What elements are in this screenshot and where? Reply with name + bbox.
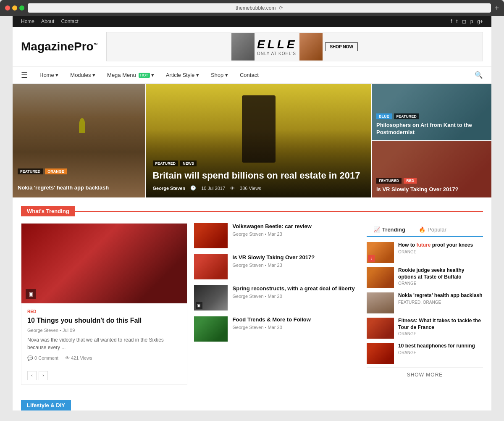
nav-mega-menu[interactable]: Mega Menu HOT ▾ <box>102 67 159 83</box>
hero-left-title: Nokia 'regrets' health app backlash <box>18 184 140 192</box>
hero-right-top-title: Philosophers on Art from Kant to the Pos… <box>376 122 487 136</box>
tag-featured3: FEATURED <box>376 178 402 184</box>
author-3: George Steven <box>233 325 264 330</box>
author-name: George Steven <box>27 328 58 333</box>
sidebar-article-3[interactable]: Fitness: What it takes to tackle the Tou… <box>367 318 483 339</box>
article-title-0[interactable]: Volkswagen Beetle: car review <box>233 223 360 230</box>
sidebar-article-info-3: Fitness: What it takes to tackle the Tou… <box>398 318 483 336</box>
topnav-home[interactable]: Home <box>21 18 34 24</box>
views-count: 421 Views <box>71 355 92 360</box>
featured-title[interactable]: 10 Things you shouldn't do this Fall <box>27 316 181 325</box>
article-info-1: Is VR Slowly Taking Over 2017? George St… <box>233 254 360 268</box>
sidebar-article-info-4: 10 best headphones for running ORANGE <box>398 343 483 355</box>
nav-shop[interactable]: Shop ▾ <box>206 67 233 83</box>
publish-date: Jul 09 <box>63 328 75 333</box>
author-2: George Steven <box>233 294 264 299</box>
hero-right-bottom-content: FEATURED RED Is VR Slowly Taking Over 20… <box>376 178 487 193</box>
new-tab-button[interactable]: + <box>494 4 499 13</box>
tag-featured: FEATURED <box>18 168 43 174</box>
ad-model-right <box>299 33 323 61</box>
sidebar-tabs: 📈 Trending 🔥 Popular <box>367 223 483 237</box>
sidebar-article-tag-2: FEATURED, ORANGE <box>398 300 483 305</box>
sidebar-article-tag-1: ORANGE <box>398 281 483 286</box>
tag-orange: ORANGE <box>45 168 67 174</box>
nav-home[interactable]: Home ▾ <box>34 67 63 83</box>
trending-section: What's Trending ▣ RED 10 Things you shou… <box>13 206 491 393</box>
tab-trending[interactable]: 📈 Trending <box>367 223 412 237</box>
sidebar-article-info-0: How to future proof your knees ORANGE <box>398 242 483 254</box>
article-meta-0: George Steven • Mar 23 <box>233 232 360 237</box>
date-3: Mar 20 <box>268 325 282 330</box>
article-title-2[interactable]: Spring reconstructs, with a great deal o… <box>233 285 360 292</box>
site-logo[interactable]: MagazinePro™ <box>21 40 98 53</box>
thumb-image-1 <box>194 254 228 279</box>
tab-popular[interactable]: 🔥 Popular <box>412 223 453 236</box>
lifestyle-badge: Lifestyle & DIY <box>21 400 71 410</box>
article-item-1[interactable]: Is VR Slowly Taking Over 2017? George St… <box>194 254 360 279</box>
article-thumb-1 <box>194 254 228 279</box>
header-advertisement[interactable]: ELLE ONLY AT KOHL'S SHOP NOW <box>106 32 483 61</box>
article-thumb-0 <box>194 223 228 248</box>
ad-shop-button[interactable]: SHOP NOW <box>325 42 357 51</box>
article-item-0[interactable]: Volkswagen Beetle: car review George Ste… <box>194 223 360 248</box>
hero-center-content: FEATURED NEWS Britain will spend billion… <box>153 161 365 191</box>
date-0: Mar 23 <box>268 232 282 237</box>
comment-icon: 💬 0 Comment <box>27 355 58 361</box>
hero-center-date: 10 Jul 2017 <box>201 186 225 191</box>
article-item-3[interactable]: Food Trends & More to Follow George Stev… <box>194 316 360 342</box>
featured-article[interactable]: ▣ RED 10 Things you shouldn't do this Fa… <box>21 223 187 385</box>
url-bar[interactable]: themebubble.com ⟳ <box>28 3 491 13</box>
hero-right-top[interactable]: BLUE FEATURED Philosophers on Art from K… <box>372 84 491 140</box>
googleplus-icon[interactable]: g+ <box>477 18 483 24</box>
hot-badge: HOT <box>139 73 150 78</box>
prev-arrow[interactable]: ‹ <box>27 371 37 380</box>
pinterest-icon[interactable]: p <box>470 18 473 24</box>
article-navigation: ‹ › <box>21 367 187 384</box>
hero-right-bottom-title: Is VR Slowly Taking Over 2017? <box>376 186 487 193</box>
topnav-contact[interactable]: Contact <box>61 18 78 24</box>
article-title-3[interactable]: Food Trends & More to Follow <box>233 316 360 324</box>
sidebar-article-2[interactable]: Nokia 'regrets' health app backlash FEAT… <box>367 292 483 313</box>
search-icon[interactable]: 🔍 <box>475 71 483 79</box>
article-title-1[interactable]: Is VR Slowly Taking Over 2017? <box>233 254 360 261</box>
hero-center-views: 386 Views <box>240 186 261 191</box>
thumb-image-3 <box>194 316 228 342</box>
featured-tag: RED <box>27 309 181 314</box>
hero-left[interactable]: FEATURED ORANGE Nokia 'regrets' health a… <box>13 84 145 197</box>
close-dot[interactable] <box>5 5 10 11</box>
hero-right-bottom[interactable]: FEATURED RED Is VR Slowly Taking Over 20… <box>372 141 491 197</box>
section-divider <box>75 211 483 212</box>
tag-blue: BLUE <box>376 113 392 119</box>
main-nav: ☰ Home ▾ Modules ▾ Mega Menu HOT ▾ Artic… <box>13 67 491 84</box>
sidebar-article-0[interactable]: ↓ How to future proof your knees ORANGE <box>367 242 483 263</box>
sidebar-article-4[interactable]: 10 best headphones for running ORANGE <box>367 343 483 364</box>
ad-subtitle: ONLY AT KOHL'S <box>257 51 297 56</box>
article-item-2[interactable]: ▣ Spring reconstructs, with a great deal… <box>194 285 360 310</box>
center-tag-featured: FEATURED <box>153 161 178 166</box>
sidebar-article-info-1: Rookie judge seeks healthy options at Ta… <box>398 267 483 286</box>
sidebar-thumb-image-3 <box>367 318 394 339</box>
browser-chrome: themebubble.com ⟳ + <box>0 0 504 16</box>
minimize-dot[interactable] <box>12 5 17 11</box>
twitter-icon[interactable]: t <box>456 18 457 24</box>
show-more-button[interactable]: SHOW MORE <box>367 367 483 382</box>
eye-icon: 👁 <box>230 186 235 191</box>
nav-modules[interactable]: Modules ▾ <box>65 67 100 83</box>
facebook-icon[interactable]: f <box>451 18 452 24</box>
reload-icon[interactable]: ⟳ <box>279 5 283 11</box>
next-arrow[interactable]: › <box>39 371 48 380</box>
date-2: Mar 20 <box>268 294 282 299</box>
maximize-dot[interactable] <box>19 5 24 11</box>
instagram-icon[interactable]: ◻ <box>462 18 466 24</box>
hero-right-bottom-tags: FEATURED RED <box>376 178 487 184</box>
nav-article-style[interactable]: Article Style ▾ <box>161 67 204 83</box>
hero-left-tags: FEATURED ORANGE <box>18 168 67 174</box>
article-meta-2: George Steven • Mar 20 <box>233 294 360 299</box>
hero-center[interactable]: FEATURED NEWS Britain will spend billion… <box>146 84 371 197</box>
topnav-about[interactable]: About <box>41 18 54 24</box>
hero-right: BLUE FEATURED Philosophers on Art from K… <box>372 84 491 197</box>
sidebar-article-1[interactable]: Rookie judge seeks healthy options at Ta… <box>367 267 483 288</box>
nav-contact[interactable]: Contact <box>235 67 264 83</box>
hamburger-menu[interactable]: ☰ <box>21 71 28 80</box>
sidebar-article-info-2: Nokia 'regrets' health app backlash FEAT… <box>398 292 483 305</box>
